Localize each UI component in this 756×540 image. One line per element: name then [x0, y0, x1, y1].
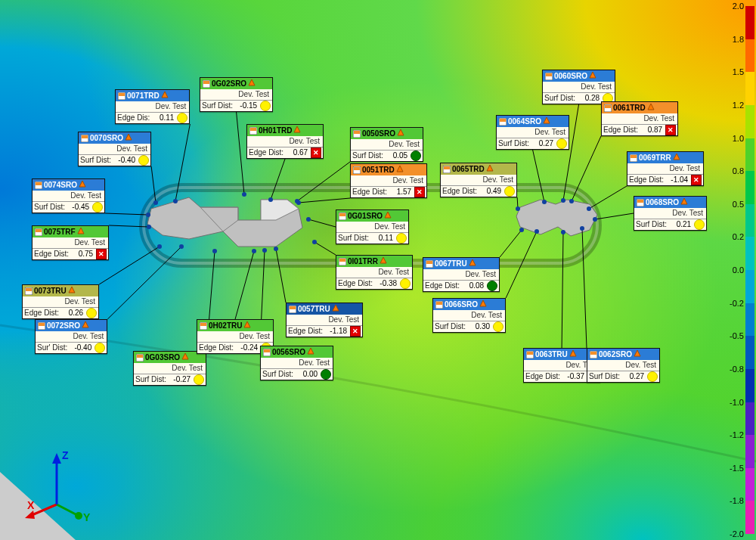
marker-icon [634, 349, 641, 359]
measurement-callout-0056SRO[interactable]: 0056SRODev. TestSurf Dist:0.00 [260, 346, 333, 380]
measurement-callout-0G02SRO[interactable]: 0G02SRODev. TestSurf Dist:-0.15 [200, 77, 273, 112]
callout-title[interactable]: 0062SRO [587, 349, 659, 360]
callout-title[interactable]: 0073TRU [23, 285, 98, 296]
callout-title[interactable]: 0060SRO [543, 70, 615, 82]
row-label: Edge Dist: [34, 250, 70, 259]
measurement-callout-0065TRD[interactable]: 0065TRDDev. TestEdge Dist:0.49 [440, 163, 517, 197]
status-yellow-icon [647, 371, 658, 382]
callout-title[interactable]: 0H01TRD [247, 125, 323, 136]
callout-id: 0075TRF [44, 228, 76, 237]
callout-title[interactable]: 0056SRO [261, 346, 333, 358]
callout-id: 0060SRO [554, 72, 587, 81]
status-yellow-icon [400, 278, 411, 289]
measurement-callout-0057TRU[interactable]: 0057TRUDev. TestEdge Dist:-1.18✕ [286, 303, 363, 337]
callout-title[interactable]: 0065TRD [441, 163, 516, 175]
callout-title[interactable]: 0064SRO [497, 116, 569, 127]
measurement-callout-0062SRO[interactable]: 0062SRODev. TestSurf Dist:0.27 [587, 348, 660, 383]
svg-line-63 [57, 504, 77, 515]
measurement-callout-0070SRO[interactable]: 0070SRODev. TestSurf Dist:-0.40 [78, 132, 151, 166]
measurement-callout-0G01SRO[interactable]: 0G01SRODev. TestSurf Dist:0.11 [336, 209, 409, 244]
scale-segment [745, 6, 754, 39]
callout-title[interactable]: 0061TRD [602, 102, 677, 113]
row-value: -1.18 [324, 327, 349, 336]
flag-icon [263, 349, 271, 356]
callout-title[interactable]: 0075TRF [33, 226, 108, 237]
callout-id: 0056SRO [272, 348, 305, 357]
marker-icon [397, 129, 404, 138]
measurement-callout-0G03SRO[interactable]: 0G03SRODev. TestSurf Dist:-0.27 [133, 351, 206, 386]
row-label: Edge Dist: [199, 343, 235, 352]
callout-title[interactable]: 0051TRD [351, 164, 426, 175]
axis-triad[interactable]: X Y Z [23, 445, 91, 529]
callout-id: 0061TRD [613, 104, 646, 113]
callout-row: Edge Dist:1.57✕ [351, 186, 426, 197]
row-value: 0.49 [479, 187, 503, 196]
measurement-callout-0067TRU[interactable]: 0067TRUDev. TestEdge Dist:0.08 [423, 257, 500, 292]
svg-marker-88 [249, 79, 255, 85]
measurement-callout-0064SRO[interactable]: 0064SRODev. TestSurf Dist:0.27 [496, 115, 569, 150]
row-label: Edge Dist: [425, 281, 461, 290]
status-yellow-icon [260, 101, 271, 111]
callout-title[interactable]: 0068SRO [634, 197, 706, 208]
measurement-callout-0I01TRR[interactable]: 0I01TRRDev. TestEdge Dist:-0.38 [336, 255, 413, 290]
row-value: -0.40 [69, 343, 93, 352]
callout-header: Dev. Test [23, 296, 98, 307]
measurement-callout-0H01TRD[interactable]: 0H01TRDDev. TestEdge Dist:0.67✕ [246, 124, 324, 159]
callout-title[interactable]: 0067TRU [423, 258, 499, 269]
marker-icon [293, 126, 301, 135]
row-label: Surf Dist: [202, 101, 234, 110]
svg-point-64 [75, 512, 82, 520]
scale-segment [745, 39, 754, 73]
callout-title[interactable]: 0057TRU [287, 303, 362, 315]
scale-segment [745, 237, 754, 270]
marker-icon [647, 103, 655, 113]
status-yellow-icon [504, 186, 515, 197]
measurement-callout-0068SRO[interactable]: 0068SRODev. TestSurf Dist:0.21 [634, 196, 707, 231]
callout-id: 0074SRO [44, 181, 77, 190]
flag-icon [630, 154, 637, 162]
callout-title[interactable]: 0071TRD [116, 90, 189, 101]
measurement-callout-0072SRO[interactable]: 0072SRODev. TestSur' Dist:-0.40 [35, 319, 107, 354]
marker-icon [680, 197, 688, 207]
measurement-callout-0074SRO[interactable]: 0074SRODev. TestSurf Dist:-0.45 [32, 178, 105, 213]
callout-title[interactable]: 0074SRO [33, 179, 104, 191]
callout-title[interactable]: 0050SRO [351, 128, 423, 139]
callout-row: Surf Dist:-0.27 [134, 374, 206, 385]
axis-z-label: Z [62, 449, 69, 461]
measurement-callout-0075TRF[interactable]: 0075TRFDev. TestEdge Dist:0.75✕ [32, 225, 109, 260]
marker-icon [161, 91, 169, 101]
callout-title[interactable]: 0H02TRU [197, 320, 273, 331]
callout-title[interactable]: 0069TRR [627, 152, 703, 163]
measurement-callout-0073TRU[interactable]: 0073TRUDev. TestEdge Dist:0.26 [22, 284, 99, 319]
callout-row: Surf Dist:0.05 [351, 150, 423, 161]
callout-row: Surf Dist:-0.45 [33, 201, 104, 213]
measurement-callout-0071TRD[interactable]: 0071TRDDev. TestEdge Dis:0.11 [115, 89, 190, 124]
marker-icon [384, 211, 392, 221]
svg-marker-78 [82, 321, 88, 327]
measurement-callout-0066SRO[interactable]: 0066SRODev. TestSurf Dist:0.30 [432, 298, 506, 333]
scale-segment [745, 105, 754, 138]
callout-title[interactable]: 0072SRO [36, 320, 107, 331]
callout-id: 0066SRO [445, 300, 478, 309]
row-label: Edge Dist: [352, 188, 389, 197]
flag-icon [200, 322, 207, 330]
flag-icon [81, 135, 88, 142]
callout-header: Dev. Test [33, 237, 108, 248]
marker-icon [380, 256, 387, 266]
flag-icon [353, 130, 361, 138]
measurement-callout-0051TRD[interactable]: 0051TRDDev. TestEdge Dist:1.57✕ [350, 163, 427, 198]
callout-title[interactable]: 0G01SRO [336, 210, 408, 222]
callout-title[interactable]: 0070SRO [79, 132, 150, 144]
measurement-callout-0060SRO[interactable]: 0060SRODev. TestSurf Dist:0.28 [542, 70, 615, 104]
scale-tick: -1.5 [730, 464, 744, 473]
callout-title[interactable]: 0G02SRO [200, 78, 272, 89]
row-label: Edge Dist: [603, 126, 640, 135]
callout-title[interactable]: 0066SRO [433, 299, 505, 310]
flag-icon [590, 351, 597, 358]
measurement-callout-0050SRO[interactable]: 0050SRODev. TestSurf Dist:0.05 [350, 127, 423, 162]
callout-title[interactable]: 0G03SRO [134, 352, 206, 363]
measurement-callout-0069TRR[interactable]: 0069TRRDev. TestEdge Dist:-1.04✕ [627, 151, 704, 186]
svg-marker-118 [681, 198, 687, 204]
measurement-callout-0061TRD[interactable]: 0061TRDDev. TestEdge Dist:0.87✕ [601, 101, 678, 136]
callout-title[interactable]: 0I01TRR [336, 256, 412, 267]
